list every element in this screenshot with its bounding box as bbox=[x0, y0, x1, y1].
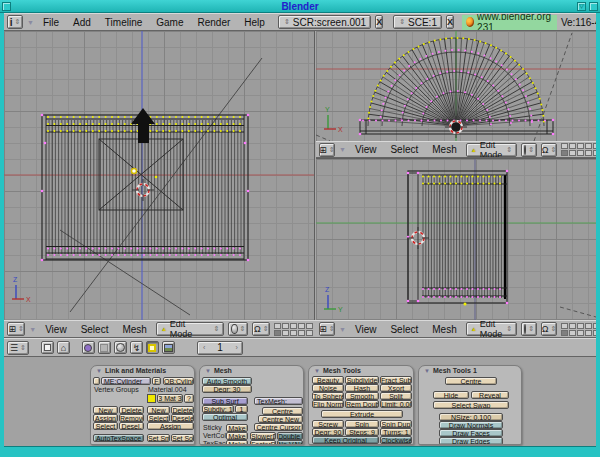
material-assign-button[interactable]: Assign bbox=[147, 422, 194, 430]
layer-buttons[interactable] bbox=[274, 323, 313, 336]
collapse-menus-icon[interactable]: ▼ bbox=[339, 146, 346, 153]
vgroup-deselect-button[interactable]: Desel. bbox=[119, 422, 144, 430]
layer-toggle[interactable] bbox=[561, 150, 568, 156]
vgroup-select-button[interactable]: Select bbox=[93, 422, 118, 430]
material-new-button[interactable]: New bbox=[147, 406, 170, 414]
limit-field[interactable]: Limit: 0.001 bbox=[380, 400, 412, 408]
beauty-button[interactable]: Beauty bbox=[312, 376, 344, 384]
mode-dropdown[interactable]: ▲ Edit Mode ⇕ bbox=[466, 322, 517, 336]
vertcol-make-button[interactable]: Make bbox=[226, 432, 248, 440]
panel-collapse-icon[interactable]: ▼ bbox=[205, 368, 211, 374]
window-type-button-info[interactable]: i ⇕ bbox=[7, 15, 23, 29]
texface-make-button[interactable]: Make bbox=[226, 440, 248, 445]
object-context-button[interactable]: ↯ bbox=[130, 341, 143, 354]
subsurf-toggle[interactable]: Sub Surf bbox=[202, 397, 248, 405]
layer-toggle[interactable] bbox=[282, 330, 289, 336]
hide-button[interactable]: Hide bbox=[433, 391, 469, 399]
screw-button[interactable]: Screw bbox=[312, 420, 344, 428]
layer-toggle[interactable] bbox=[593, 150, 596, 156]
vgroup-assign-button[interactable]: Assign bbox=[93, 414, 118, 422]
window-shade-button[interactable]: ▽ bbox=[577, 2, 586, 11]
layer-toggle[interactable] bbox=[577, 150, 584, 156]
set-solid-button[interactable]: Set Solid bbox=[171, 434, 194, 442]
flip-normals-button[interactable]: Flip Norm bbox=[312, 400, 344, 408]
vgroup-new-button[interactable]: New bbox=[93, 406, 118, 414]
material-deselect-button[interactable]: Deselect bbox=[171, 414, 194, 422]
collapse-menus-icon[interactable]: ▼ bbox=[27, 19, 34, 26]
spin-dup-button[interactable]: Spin Dup bbox=[380, 420, 412, 428]
layer-toggle[interactable] bbox=[274, 330, 281, 336]
split-button[interactable]: Split bbox=[380, 392, 412, 400]
vp-menu-select[interactable]: Select bbox=[385, 144, 423, 155]
texmesh-field[interactable]: TexMesh: bbox=[254, 397, 303, 405]
centre-new-button[interactable]: Centre New bbox=[258, 415, 303, 423]
layer-toggle[interactable] bbox=[569, 323, 576, 329]
menu-file[interactable]: File bbox=[38, 17, 64, 28]
subdiv-field[interactable]: Subdiv: 1 bbox=[202, 405, 234, 413]
mesh-name-field[interactable]: ME:Cylinder bbox=[101, 377, 151, 385]
material-color-swatch[interactable] bbox=[147, 394, 156, 403]
frame-left-arrow-icon[interactable]: ‹ bbox=[203, 344, 205, 351]
menu-render[interactable]: Render bbox=[193, 17, 236, 28]
shading-context-button[interactable] bbox=[114, 341, 127, 354]
scene-close-button[interactable]: X bbox=[446, 15, 454, 29]
frame-right-arrow-icon[interactable]: › bbox=[236, 344, 238, 351]
draw-mode-button[interactable]: ⇕ bbox=[521, 322, 537, 336]
material-select-button[interactable]: Select bbox=[147, 414, 170, 422]
layer-toggle[interactable] bbox=[569, 330, 576, 336]
to-sphere-button[interactable]: To Sphere bbox=[312, 392, 344, 400]
scene-selector[interactable]: ⇕ SCE:1 bbox=[393, 15, 442, 29]
material-delete-button[interactable]: Delete bbox=[171, 406, 194, 414]
degr-field[interactable]: Degr: 90 bbox=[312, 428, 344, 436]
mode-dropdown[interactable]: ▲ Edit Mode ⇕ bbox=[466, 143, 517, 157]
extrude-dup-button[interactable]: Extrude Dup bbox=[312, 444, 362, 445]
mesh-browse-button[interactable] bbox=[93, 377, 100, 385]
slower-draw-button[interactable]: SlowerDraw bbox=[250, 432, 276, 440]
panel-header[interactable]: ▼ Mesh Tools 1 bbox=[424, 367, 477, 374]
pivot-button[interactable]: Ω⇕ bbox=[541, 143, 557, 157]
window-type-button-3dview[interactable]: ⊞ ⇕ bbox=[7, 322, 25, 336]
window-type-button-3dview[interactable]: ⊞ ⇕ bbox=[319, 322, 335, 336]
draw-edges-toggle[interactable]: Draw Edges bbox=[439, 437, 503, 445]
material-help-button[interactable]: ? bbox=[184, 394, 194, 403]
centre-cursor-button[interactable]: Centre Cursor bbox=[254, 423, 303, 431]
screen-selector[interactable]: ⇕ SCR:screen.001 bbox=[278, 15, 371, 29]
fake-user-button[interactable]: F bbox=[152, 377, 161, 385]
screen-close-button[interactable]: X bbox=[375, 15, 383, 29]
window-type-button-3dview[interactable]: ⊞ ⇕ bbox=[319, 143, 335, 157]
no-vnormal-toggle[interactable]: No V.Normal bbox=[277, 440, 303, 445]
fract-subd-button[interactable]: Fract Subd bbox=[380, 376, 412, 384]
layer-toggle[interactable] bbox=[298, 330, 305, 336]
script-context-button[interactable] bbox=[98, 341, 111, 354]
xsort-button[interactable]: Xsort bbox=[380, 384, 412, 392]
layer-toggle[interactable] bbox=[585, 323, 592, 329]
window-maximize-button[interactable] bbox=[589, 2, 598, 11]
panel-header[interactable]: ▼ Mesh bbox=[205, 367, 232, 374]
spin-button[interactable]: Spin bbox=[345, 420, 379, 428]
collapse-menus-icon[interactable]: ▼ bbox=[339, 326, 346, 333]
offset-field[interactable]: Offset: 1.000 bbox=[363, 444, 412, 445]
panel-align-button[interactable] bbox=[41, 341, 54, 354]
vp-menu-mesh[interactable]: Mesh bbox=[427, 324, 461, 335]
layer-toggle[interactable] bbox=[561, 330, 568, 336]
optimal-toggle[interactable]: Optimal bbox=[202, 413, 248, 421]
layer-toggle[interactable] bbox=[569, 150, 576, 156]
subdivide-button[interactable]: Subdivide bbox=[345, 376, 379, 384]
layer-toggle[interactable] bbox=[593, 143, 596, 149]
layer-toggle[interactable] bbox=[306, 323, 313, 329]
clockwise-toggle[interactable]: Clockwise bbox=[380, 436, 412, 444]
layer-toggle[interactable] bbox=[593, 330, 596, 336]
layer-toggle[interactable] bbox=[274, 323, 281, 329]
home-button[interactable]: ⌂ bbox=[57, 341, 70, 354]
vp-menu-mesh[interactable]: Mesh bbox=[117, 324, 151, 335]
viewport-top[interactable]: YX bbox=[316, 31, 596, 141]
layer-toggle[interactable] bbox=[577, 323, 584, 329]
vgroup-delete-button[interactable]: Delete bbox=[119, 406, 144, 414]
vp-menu-view[interactable]: View bbox=[350, 324, 382, 335]
window-type-button-buttons[interactable]: ☰ ⇕ bbox=[7, 341, 29, 355]
auto-smooth-toggle[interactable]: Auto Smooth bbox=[202, 377, 252, 385]
draw-faces-toggle[interactable]: Draw Faces bbox=[439, 429, 503, 437]
menu-game[interactable]: Game bbox=[151, 17, 188, 28]
panel-collapse-icon[interactable]: ▼ bbox=[424, 368, 430, 374]
centre-button[interactable]: Centre bbox=[262, 407, 303, 415]
